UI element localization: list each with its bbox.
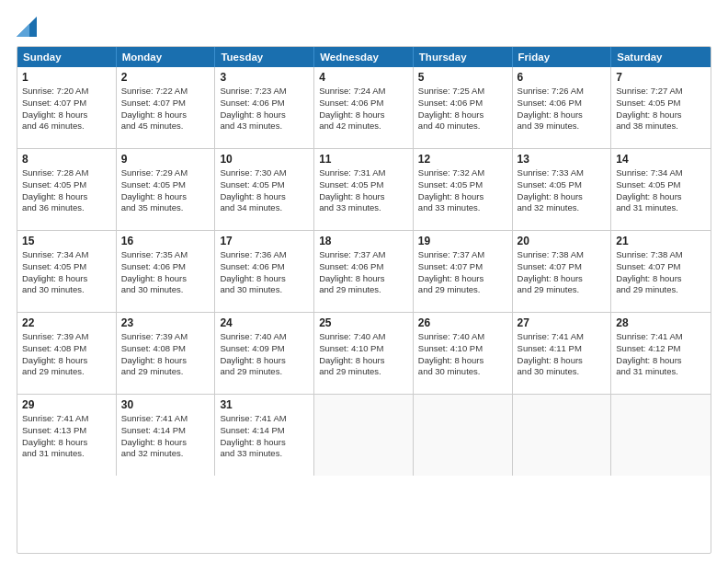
- cell-info-line: Daylight: 8 hours: [22, 109, 111, 121]
- cell-info-line: and 30 minutes.: [22, 284, 111, 296]
- calendar-cell: 3Sunrise: 7:23 AMSunset: 4:06 PMDaylight…: [215, 67, 314, 148]
- cell-info-line: and 29 minutes.: [22, 366, 111, 378]
- cell-info-line: and 31 minutes.: [616, 202, 706, 214]
- day-number: 24: [220, 316, 309, 329]
- cell-info-line: and 30 minutes.: [220, 284, 309, 296]
- day-number: 22: [22, 316, 111, 329]
- cell-info-line: Sunrise: 7:38 AM: [616, 249, 706, 261]
- cell-info-line: Sunrise: 7:38 AM: [518, 249, 607, 261]
- cell-info-line: Sunset: 4:05 PM: [319, 179, 408, 191]
- calendar-cell: 27Sunrise: 7:41 AMSunset: 4:11 PMDayligh…: [513, 313, 612, 394]
- cell-info-line: Sunset: 4:06 PM: [418, 98, 507, 109]
- day-number: 1: [22, 71, 111, 84]
- cell-info-line: Sunset: 4:07 PM: [22, 98, 111, 109]
- cell-info-line: Sunset: 4:10 PM: [319, 343, 408, 355]
- cell-info-line: Sunset: 4:10 PM: [418, 343, 507, 355]
- day-number: 18: [319, 235, 408, 247]
- day-number: 4: [319, 71, 408, 84]
- cell-info-line: Sunrise: 7:40 AM: [319, 331, 408, 343]
- cell-info-line: Daylight: 8 hours: [319, 273, 408, 285]
- cell-info-line: Daylight: 8 hours: [518, 191, 607, 203]
- cell-info-line: and 29 minutes.: [121, 366, 210, 378]
- cell-info-line: Sunset: 4:06 PM: [220, 261, 309, 273]
- cell-info-line: and 35 minutes.: [121, 202, 210, 214]
- calendar-cell: 24Sunrise: 7:40 AMSunset: 4:09 PMDayligh…: [215, 313, 314, 394]
- weekday-header-wednesday: Wednesday: [314, 47, 414, 67]
- cell-info-line: Sunset: 4:07 PM: [418, 261, 507, 273]
- cell-info-line: Daylight: 8 hours: [418, 273, 507, 285]
- calendar-cell: 12Sunrise: 7:32 AMSunset: 4:05 PMDayligh…: [414, 149, 513, 230]
- cell-info-line: Sunset: 4:05 PM: [121, 179, 210, 191]
- day-number: 31: [220, 398, 309, 411]
- cell-info-line: and 33 minutes.: [418, 202, 507, 214]
- cell-info-line: Sunset: 4:07 PM: [518, 261, 607, 273]
- cell-info-line: Sunrise: 7:39 AM: [22, 331, 111, 343]
- day-number: 6: [518, 71, 607, 84]
- calendar-cell: 11Sunrise: 7:31 AMSunset: 4:05 PMDayligh…: [314, 149, 414, 230]
- cell-info-line: Sunrise: 7:36 AM: [220, 249, 309, 261]
- calendar-week-1: 1Sunrise: 7:20 AMSunset: 4:07 PMDaylight…: [17, 67, 711, 149]
- day-number: 21: [616, 235, 706, 247]
- cell-info-line: Daylight: 8 hours: [518, 109, 607, 121]
- cell-info-line: Sunset: 4:05 PM: [616, 98, 706, 109]
- day-number: 29: [22, 398, 111, 411]
- cell-info-line: Sunset: 4:06 PM: [220, 98, 309, 109]
- weekday-header-saturday: Saturday: [611, 47, 711, 67]
- calendar-week-5: 29Sunrise: 7:41 AMSunset: 4:13 PMDayligh…: [17, 395, 711, 476]
- logo-icon: [17, 17, 37, 37]
- calendar-cell: 8Sunrise: 7:28 AMSunset: 4:05 PMDaylight…: [17, 149, 117, 230]
- cell-info-line: Sunset: 4:07 PM: [616, 261, 706, 273]
- day-number: 9: [121, 153, 210, 166]
- cell-info-line: and 36 minutes.: [22, 202, 111, 214]
- cell-info-line: Sunset: 4:05 PM: [22, 261, 111, 273]
- cell-info-line: Sunset: 4:06 PM: [319, 98, 408, 109]
- cell-info-line: Sunset: 4:09 PM: [220, 343, 309, 355]
- cell-info-line: and 34 minutes.: [220, 202, 309, 214]
- cell-info-line: Sunset: 4:08 PM: [121, 343, 210, 355]
- cell-info-line: Sunrise: 7:31 AM: [319, 167, 408, 179]
- calendar-cell: 19Sunrise: 7:37 AMSunset: 4:07 PMDayligh…: [414, 231, 513, 312]
- cell-info-line: Sunset: 4:05 PM: [518, 179, 607, 191]
- calendar-cell: 5Sunrise: 7:25 AMSunset: 4:06 PMDaylight…: [414, 67, 513, 148]
- cell-info-line: Daylight: 8 hours: [616, 273, 706, 285]
- cell-info-line: Sunset: 4:13 PM: [22, 425, 111, 437]
- cell-info-line: Sunrise: 7:26 AM: [518, 86, 607, 98]
- cell-info-line: and 45 minutes.: [121, 121, 210, 132]
- cell-info-line: and 30 minutes.: [121, 284, 210, 296]
- cell-info-line: Daylight: 8 hours: [319, 191, 408, 203]
- cell-info-line: Daylight: 8 hours: [518, 273, 607, 285]
- header: [17, 17, 711, 37]
- cell-info-line: Daylight: 8 hours: [418, 355, 507, 367]
- cell-info-line: Sunset: 4:05 PM: [22, 179, 111, 191]
- cell-info-line: Sunrise: 7:24 AM: [319, 86, 408, 98]
- calendar-cell: 20Sunrise: 7:38 AMSunset: 4:07 PMDayligh…: [513, 231, 612, 312]
- cell-info-line: Sunrise: 7:29 AM: [121, 167, 210, 179]
- cell-info-line: Daylight: 8 hours: [220, 109, 309, 121]
- cell-info-line: Daylight: 8 hours: [418, 191, 507, 203]
- cell-info-line: and 29 minutes.: [616, 284, 706, 296]
- cell-info-line: Sunrise: 7:39 AM: [121, 331, 210, 343]
- cell-info-line: Sunrise: 7:41 AM: [22, 413, 111, 425]
- calendar-cell: [611, 395, 711, 476]
- cell-info-line: Daylight: 8 hours: [121, 109, 210, 121]
- cell-info-line: and 32 minutes.: [518, 202, 607, 214]
- cell-info-line: Daylight: 8 hours: [220, 191, 309, 203]
- calendar-cell: 30Sunrise: 7:41 AMSunset: 4:14 PMDayligh…: [117, 395, 216, 476]
- cell-info-line: and 43 minutes.: [220, 121, 309, 132]
- calendar-cell: 13Sunrise: 7:33 AMSunset: 4:05 PMDayligh…: [513, 149, 612, 230]
- cell-info-line: Daylight: 8 hours: [22, 437, 111, 449]
- day-number: 2: [121, 71, 210, 84]
- calendar-cell: 31Sunrise: 7:41 AMSunset: 4:14 PMDayligh…: [215, 395, 314, 476]
- cell-info-line: and 29 minutes.: [518, 284, 607, 296]
- day-number: 11: [319, 153, 408, 166]
- day-number: 20: [518, 235, 607, 247]
- weekday-header-monday: Monday: [117, 47, 216, 67]
- cell-info-line: Sunset: 4:06 PM: [121, 261, 210, 273]
- cell-info-line: Sunrise: 7:34 AM: [616, 167, 706, 179]
- day-number: 16: [121, 235, 210, 247]
- cell-info-line: Sunrise: 7:25 AM: [418, 86, 507, 98]
- cell-info-line: Sunset: 4:08 PM: [22, 343, 111, 355]
- cell-info-line: Sunset: 4:06 PM: [319, 261, 408, 273]
- cell-info-line: Sunrise: 7:37 AM: [319, 249, 408, 261]
- cell-info-line: and 29 minutes.: [319, 284, 408, 296]
